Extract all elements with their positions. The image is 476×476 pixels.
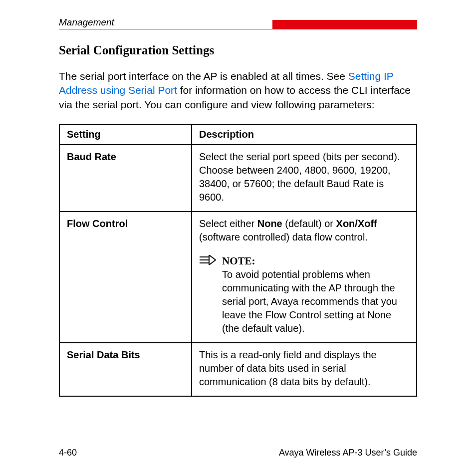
setting-name: Serial Data Bits xyxy=(59,343,192,396)
header-section: Management xyxy=(59,17,114,28)
desc-bold: None xyxy=(257,218,282,229)
desc-text: (default) or xyxy=(282,218,336,229)
setting-description: Select either None (default) or Xon/Xoff… xyxy=(192,212,417,343)
note-label: NOTE: xyxy=(222,254,409,268)
setting-description: This is a read-only field and displays t… xyxy=(192,343,417,396)
setting-name: Baud Rate xyxy=(59,145,192,212)
setting-description: Select the serial port speed (bits per s… xyxy=(192,145,417,212)
note-text: To avoid potential problems when communi… xyxy=(222,268,409,335)
desc-text: Select either xyxy=(199,218,257,229)
col-header-setting: Setting xyxy=(59,124,192,145)
doc-title: Avaya Wireless AP-3 User’s Guide xyxy=(279,448,417,458)
desc-bold: Xon/Xoff xyxy=(336,218,377,229)
setting-name: Flow Control xyxy=(59,212,192,343)
table-row: Flow Control Select either None (default… xyxy=(59,212,417,343)
page-header: Management xyxy=(59,17,417,29)
table-row: Serial Data Bits This is a read-only fie… xyxy=(59,343,417,396)
section-heading: Serial Configuration Settings xyxy=(59,43,417,57)
page-number: 4-60 xyxy=(59,448,77,458)
page-footer: 4-60 Avaya Wireless AP-3 User’s Guide xyxy=(59,448,417,458)
intro-text-pre: The serial port interface on the AP is e… xyxy=(59,70,348,82)
table-row: Baud Rate Select the serial port speed (… xyxy=(59,145,417,212)
arrow-icon xyxy=(199,255,216,268)
desc-text: (software controlled) data flow control. xyxy=(199,232,368,242)
intro-paragraph: The serial port interface on the AP is e… xyxy=(59,69,417,112)
header-accent-bar xyxy=(272,20,417,29)
note-block: NOTE: To avoid potential problems when c… xyxy=(199,254,409,335)
col-header-description: Description xyxy=(192,124,417,145)
settings-table: Setting Description Baud Rate Select the… xyxy=(59,124,417,397)
